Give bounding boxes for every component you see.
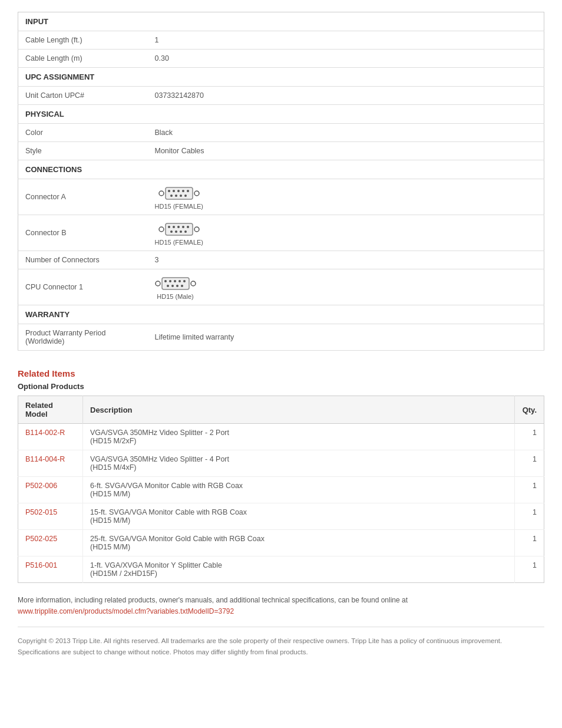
svg-point-22	[184, 230, 187, 233]
model-link[interactable]: P502-006	[25, 482, 57, 490]
specs-value: Black	[148, 124, 544, 142]
svg-point-28	[174, 280, 176, 282]
section-header-label: PHYSICAL	[18, 105, 544, 124]
section-header-label: CONNECTIONS	[18, 160, 544, 179]
specs-label: Number of Connectors	[18, 251, 148, 269]
svg-point-35	[191, 281, 196, 286]
svg-point-3	[173, 190, 175, 192]
specs-section-header-physical: PHYSICAL	[18, 105, 544, 124]
svg-rect-25	[162, 278, 189, 289]
svg-point-20	[175, 230, 177, 233]
specs-section-header-warranty: WARRANTY	[18, 305, 544, 324]
specs-label: Cable Length (ft.)	[18, 31, 148, 50]
more-info-text: More information, including related prod…	[18, 595, 544, 617]
specs-label: CPU Connector 1	[18, 269, 148, 305]
table-row: P502-01515-ft. SVGA/VGA Monitor Cable wi…	[18, 503, 544, 530]
specs-row: Number of Connectors3	[18, 251, 544, 269]
svg-point-16	[177, 226, 180, 228]
related-items-table: Related Model Description Qty. B114-002-…	[18, 396, 544, 583]
svg-point-0	[159, 191, 164, 196]
copyright-text: Copyright © 2013 Tripp Lite. All rights …	[18, 627, 544, 657]
col-header-qty: Qty.	[515, 396, 544, 424]
specs-value: Monitor Cables	[148, 142, 544, 160]
specs-section-header-connections: CONNECTIONS	[18, 160, 544, 179]
specs-value: HD15 (FEMALE)	[148, 179, 544, 215]
svg-point-9	[180, 195, 182, 197]
model-link[interactable]: P516-001	[25, 561, 57, 569]
svg-point-34	[181, 285, 183, 287]
related-qty: 1	[515, 424, 544, 450]
svg-point-5	[182, 190, 184, 192]
model-link[interactable]: P502-015	[25, 508, 57, 516]
specs-label: Style	[18, 142, 148, 160]
col-header-description: Description	[83, 396, 515, 424]
svg-point-6	[187, 190, 189, 192]
related-qty: 1	[515, 450, 544, 477]
svg-point-32	[171, 285, 174, 287]
related-qty: 1	[515, 477, 544, 503]
table-row: P516-0011-ft. VGA/XVGA Monitor Y Splitte…	[18, 556, 544, 583]
specs-row: Connector B HD15 (FEMALE)	[18, 215, 544, 251]
svg-point-11	[194, 191, 199, 196]
svg-rect-1	[166, 187, 193, 199]
svg-point-27	[169, 280, 171, 282]
related-model[interactable]: P516-001	[18, 556, 83, 583]
col-header-model: Related Model	[18, 396, 83, 424]
specs-value: 1	[148, 31, 544, 50]
related-description: 1-ft. VGA/XVGA Monitor Y Splitter Cable(…	[83, 556, 515, 583]
related-model[interactable]: P502-006	[18, 477, 83, 503]
specs-value: HD15 (Male)	[148, 269, 544, 305]
section-header-label: INPUT	[18, 12, 544, 31]
related-model[interactable]: P502-025	[18, 530, 83, 556]
specs-row: Product Warranty Period (Worldwide)Lifet…	[18, 324, 544, 351]
svg-point-2	[168, 190, 170, 192]
table-row: B114-002-RVGA/SVGA 350MHz Video Splitter…	[18, 424, 544, 450]
related-description: 6-ft. SVGA/VGA Monitor Cable with RGB Co…	[83, 477, 515, 503]
section-header-label: UPC ASSIGNMENT	[18, 68, 544, 87]
section-header-label: WARRANTY	[18, 305, 544, 324]
table-header-row: Related Model Description Qty.	[18, 396, 544, 424]
svg-point-15	[173, 226, 175, 228]
svg-point-33	[176, 285, 178, 287]
svg-point-26	[164, 280, 167, 282]
related-model[interactable]: B114-002-R	[18, 424, 83, 450]
related-description: VGA/SVGA 350MHz Video Splitter - 4 Port(…	[83, 450, 515, 477]
related-model[interactable]: P502-015	[18, 503, 83, 530]
specs-label: Color	[18, 124, 148, 142]
specs-label: Product Warranty Period (Worldwide)	[18, 324, 148, 351]
svg-point-21	[180, 230, 182, 233]
related-description: VGA/SVGA 350MHz Video Splitter - 2 Port(…	[83, 424, 515, 450]
specs-section-header-input: INPUT	[18, 12, 544, 31]
svg-point-7	[170, 195, 173, 197]
model-link[interactable]: B114-004-R	[25, 455, 65, 463]
svg-point-23	[194, 227, 199, 232]
related-description: 15-ft. SVGA/VGA Monitor Cable with RGB C…	[83, 503, 515, 530]
product-link[interactable]: www.tripplite.com/en/products/model.cfm?…	[18, 607, 234, 615]
svg-point-31	[167, 285, 169, 287]
specs-label: Cable Length (m)	[18, 50, 148, 68]
model-link[interactable]: P502-025	[25, 535, 57, 543]
svg-point-19	[170, 230, 173, 233]
related-qty: 1	[515, 503, 544, 530]
specs-value: Lifetime limited warranty	[148, 324, 544, 351]
related-description: 25-ft. SVGA/VGA Monitor Gold Cable with …	[83, 530, 515, 556]
related-model[interactable]: B114-004-R	[18, 450, 83, 477]
related-qty: 1	[515, 530, 544, 556]
svg-point-30	[183, 280, 186, 282]
svg-point-4	[177, 190, 180, 192]
specs-row: ColorBlack	[18, 124, 544, 142]
svg-point-24	[156, 281, 160, 286]
svg-point-8	[175, 195, 177, 197]
table-row: B114-004-RVGA/SVGA 350MHz Video Splitter…	[18, 450, 544, 477]
specs-row: Unit Carton UPC#037332142870	[18, 87, 544, 105]
specs-row: Cable Length (m)0.30	[18, 50, 544, 68]
specs-label: Connector B	[18, 215, 148, 251]
model-link[interactable]: B114-002-R	[25, 429, 65, 437]
specs-value: 0.30	[148, 50, 544, 68]
related-items-title: Related Items	[18, 368, 544, 378]
specs-section-header-upc: UPC ASSIGNMENT	[18, 68, 544, 87]
svg-point-10	[184, 195, 187, 197]
svg-point-12	[159, 227, 164, 232]
svg-point-29	[178, 280, 181, 282]
svg-rect-13	[166, 223, 193, 235]
